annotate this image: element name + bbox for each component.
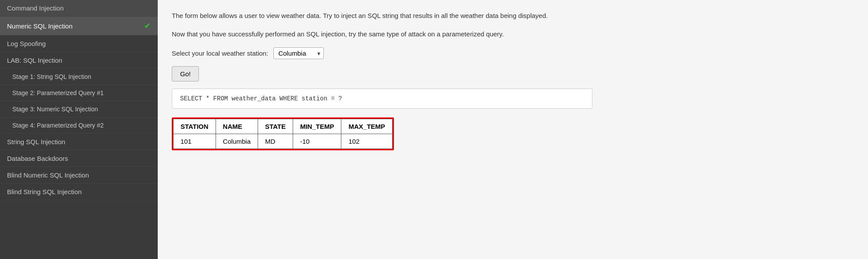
- sidebar: Command InjectionNumeric SQL Injection✔L…: [0, 0, 158, 259]
- table-header-state: STATE: [258, 119, 293, 134]
- station-select[interactable]: ColumbiaBaltimoreWashington: [273, 47, 324, 59]
- result-table-header-row: STATIONNAMESTATEMIN_TEMPMAX_TEMP: [174, 119, 393, 134]
- table-cell-0-2: MD: [258, 134, 293, 149]
- sidebar-item-stage4-parameterized2[interactable]: Stage 4: Parameterized Query #2: [0, 117, 158, 134]
- table-cell-0-3: -10: [293, 134, 341, 149]
- result-table-head: STATIONNAMESTATEMIN_TEMPMAX_TEMP: [174, 119, 393, 134]
- sidebar-item-command-injection[interactable]: Command Injection: [0, 0, 158, 17]
- sidebar-item-stage1-string-sql[interactable]: Stage 1: String SQL Injection: [0, 69, 158, 85]
- sidebar-item-label-command-injection: Command Injection: [7, 4, 64, 12]
- check-icon-numeric-sql-injection: ✔: [144, 21, 151, 31]
- sql-query-box: SELECT * FROM weather_data WHERE station…: [172, 89, 592, 109]
- sidebar-item-label-stage3-numeric-sql: Stage 3: Numeric SQL Injection: [12, 106, 98, 113]
- table-header-name: NAME: [216, 119, 258, 134]
- table-header-max_temp: MAX_TEMP: [341, 119, 392, 134]
- table-cell-0-0: 101: [174, 134, 216, 149]
- sidebar-item-blind-numeric-sql[interactable]: Blind Numeric SQL Injection: [0, 167, 158, 184]
- station-form-label: Select your local weather station:: [172, 50, 268, 57]
- description-line1: The form below allows a user to view wea…: [172, 11, 566, 21]
- sidebar-item-label-stage4-parameterized2: Stage 4: Parameterized Query #2: [12, 122, 104, 129]
- sidebar-item-label-blind-numeric-sql: Blind Numeric SQL Injection: [7, 171, 89, 179]
- table-row: 101ColumbiaMD-10102: [174, 134, 393, 149]
- result-table: STATIONNAMESTATEMIN_TEMPMAX_TEMP 101Colu…: [173, 119, 393, 149]
- sidebar-item-label-database-backdoors: Database Backdoors: [7, 155, 68, 162]
- table-header-min_temp: MIN_TEMP: [293, 119, 341, 134]
- sidebar-item-label-lab-sql-injection: LAB: SQL Injection: [7, 57, 62, 64]
- sidebar-item-string-sql-injection[interactable]: String SQL Injection: [0, 134, 158, 150]
- sidebar-item-label-numeric-sql-injection: Numeric SQL Injection: [7, 22, 73, 30]
- result-table-wrapper: STATIONNAMESTATEMIN_TEMPMAX_TEMP 101Colu…: [172, 117, 394, 150]
- station-select-wrapper[interactable]: ColumbiaBaltimoreWashington: [273, 47, 324, 59]
- sidebar-item-label-stage1-string-sql: Stage 1: String SQL Injection: [12, 73, 91, 80]
- sidebar-item-log-spoofing[interactable]: Log Spoofing: [0, 35, 158, 52]
- sidebar-item-lab-sql-injection[interactable]: LAB: SQL Injection: [0, 52, 158, 69]
- description-line2: Now that you have successfully performed…: [172, 29, 566, 39]
- sidebar-item-stage3-numeric-sql[interactable]: Stage 3: Numeric SQL Injection: [0, 101, 158, 117]
- table-cell-0-4: 102: [341, 134, 392, 149]
- main-content: The form below allows a user to view wea…: [158, 0, 868, 259]
- sidebar-item-database-backdoors[interactable]: Database Backdoors: [0, 150, 158, 167]
- result-table-body: 101ColumbiaMD-10102: [174, 134, 393, 149]
- sidebar-item-label-string-sql-injection: String SQL Injection: [7, 138, 65, 145]
- go-button[interactable]: Go!: [172, 66, 199, 82]
- sidebar-item-label-stage2-parameterized1: Stage 2: Parameterized Query #1: [12, 89, 104, 96]
- sidebar-item-stage2-parameterized1[interactable]: Stage 2: Parameterized Query #1: [0, 85, 158, 101]
- sidebar-item-numeric-sql-injection[interactable]: Numeric SQL Injection✔: [0, 17, 158, 35]
- table-header-station: STATION: [174, 119, 216, 134]
- table-cell-0-1: Columbia: [216, 134, 258, 149]
- sidebar-item-label-blind-string-sql: Blind String SQL Injection: [7, 188, 81, 195]
- sidebar-item-label-log-spoofing: Log Spoofing: [7, 40, 46, 47]
- station-form-row: Select your local weather station: Colum…: [172, 47, 854, 59]
- sidebar-item-blind-string-sql[interactable]: Blind String SQL Injection: [0, 184, 158, 200]
